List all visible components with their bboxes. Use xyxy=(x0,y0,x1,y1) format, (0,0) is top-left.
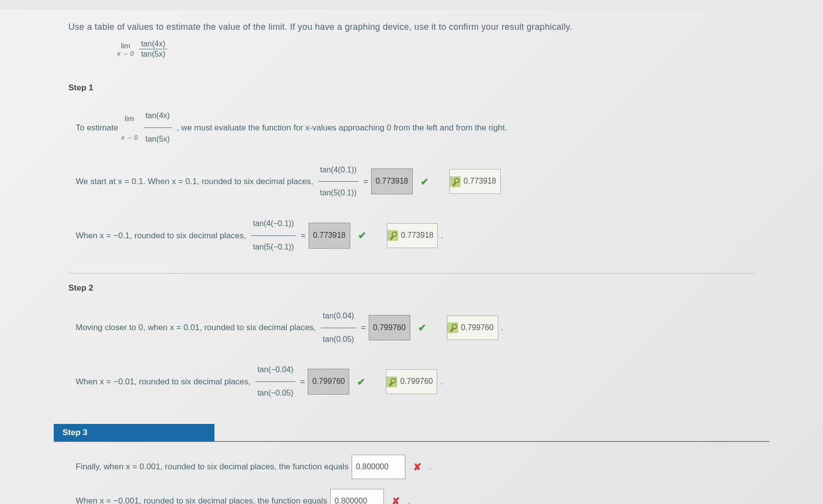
step2-heading: Step 2 xyxy=(68,283,755,293)
key-icon xyxy=(450,176,461,187)
check-icon: ✔ xyxy=(358,222,366,249)
answer-key-b: 0.773918 xyxy=(387,223,438,248)
step1-line-a: We start at x = 0.1. When x = 0.1, round… xyxy=(76,170,313,193)
answer-key-a2: 0.799760 xyxy=(447,315,498,340)
step1-line-b: When x = −0.1, rounded to six decimal pl… xyxy=(76,224,246,248)
limit-denominator: tan(5x) xyxy=(139,49,168,59)
cross-icon: ✘ xyxy=(392,488,400,504)
step1-intro-b: , we must evaluate the function for x-va… xyxy=(177,116,507,140)
key-icon xyxy=(386,377,397,387)
step2-line-a: Moving closer to 0, when x = 0.01, round… xyxy=(76,316,316,339)
key-icon xyxy=(447,322,458,333)
answer-key-a: 0.773918 xyxy=(449,169,501,194)
step1-answer-a[interactable]: 0.773918 xyxy=(371,168,413,194)
step3-body: Finally, when x = 0.001, rounded to six … xyxy=(68,442,755,504)
step3-line-b: When x = −0.001, rounded to six decimal … xyxy=(76,490,327,504)
limit-expression: lim x → 0 tan(4x) tan(5x) xyxy=(117,40,755,59)
limit-numerator: tan(4x) xyxy=(139,40,168,49)
step3-heading: Step 3 xyxy=(54,424,214,441)
step2-body: Moving closer to 0, when x = 0.01, round… xyxy=(68,305,755,404)
step2-line-b: When x = −0.01, rounded to six decimal p… xyxy=(76,370,251,394)
step3-bar: Step 3 xyxy=(54,424,769,442)
key-icon xyxy=(387,230,398,241)
check-icon: ✔ xyxy=(421,168,429,195)
answer-key-b2: 0.799760 xyxy=(386,369,437,394)
step3-answer-b[interactable]: 0.800000 xyxy=(330,489,384,504)
check-icon: ✔ xyxy=(418,314,426,341)
problem-instruction: Use a table of values to estimate the va… xyxy=(68,22,755,32)
check-icon: ✔ xyxy=(357,368,365,396)
step1-answer-b[interactable]: 0.773918 xyxy=(309,223,350,249)
step2-answer-b[interactable]: 0.799760 xyxy=(308,369,349,395)
step1-intro-a: To estimate xyxy=(76,116,118,140)
step3-line-a: Finally, when x = 0.001, rounded to six … xyxy=(76,456,349,478)
lim-label: lim xyxy=(117,42,134,50)
step1-body: To estimate lim x → 0 tan(4x) tan(5x) , … xyxy=(68,105,755,258)
worksheet-page: Use a table of values to estimate the va… xyxy=(0,10,823,504)
step3-answer-a[interactable]: 0.800000 xyxy=(352,455,405,479)
step2-answer-a[interactable]: 0.799760 xyxy=(369,315,410,341)
divider xyxy=(68,273,755,273)
cross-icon: ✘ xyxy=(413,454,422,480)
step1-heading: Step 1 xyxy=(68,83,755,93)
lim-sub: x → 0 xyxy=(117,50,134,57)
